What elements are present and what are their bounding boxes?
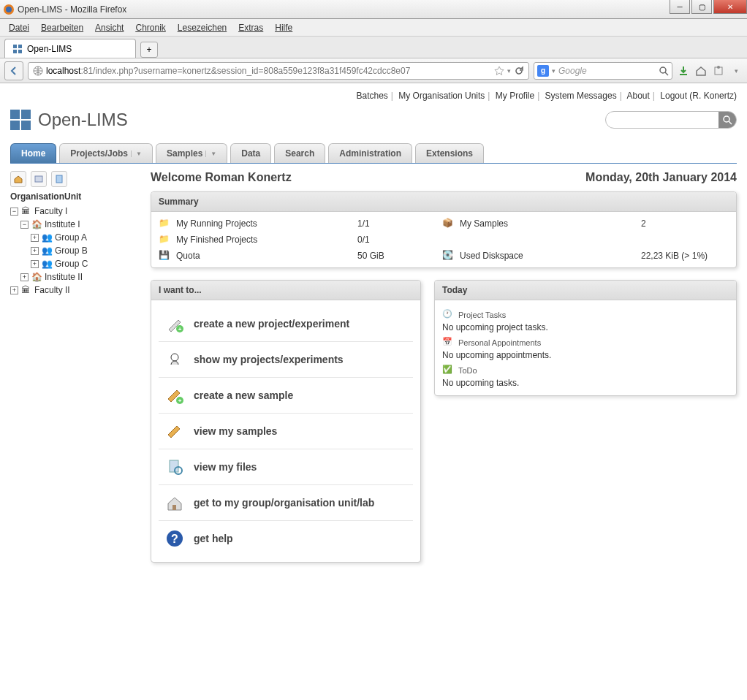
samples-icon: 📦 [442,218,454,229]
svg-rect-4 [13,50,17,53]
tab-admin[interactable]: Administration [328,143,412,163]
clock-icon: 🕐 [442,309,454,321]
action-show-projects[interactable]: show my projects/experiments [159,341,413,377]
sidebar-doc-icon[interactable] [51,171,67,187]
tab-data[interactable]: Data [230,143,271,163]
svg-rect-20 [170,460,178,472]
create-sample-icon: + [164,385,185,406]
site-search[interactable] [605,111,737,129]
action-help[interactable]: ? get help [159,520,413,556]
sidebar: OrganisationUnit −🏛Faculty I −🏠Institute… [10,171,142,574]
tab-favicon [12,44,23,54]
browser-tab-label: Open-LIMS [27,44,72,54]
topnav-org[interactable]: My Organisation Units [398,91,485,101]
chevron-down-icon[interactable]: ▼ [131,151,142,157]
sidebar-title: OrganisationUnit [10,191,142,202]
create-project-icon: + [164,313,185,334]
minimize-button[interactable]: ─ [670,0,690,14]
svg-point-1 [6,7,12,12]
tree-groupB[interactable]: +👥Group B [31,244,142,257]
date-text: Monday, 20th January 2014 [585,171,737,184]
url-bar[interactable]: localhost:81/index.php?username=konertz&… [28,62,529,80]
summary-panel: Summary 📁 My Running Projects 1/1 📦 My S… [151,191,737,268]
show-projects-icon [164,349,185,370]
running-label: My Running Projects [176,218,353,229]
tabbar: Open-LIMS + [0,37,747,58]
quota-label: Quota [176,251,353,261]
new-tab-button[interactable]: + [140,42,158,58]
menu-datei[interactable]: Datei [4,21,34,34]
action-create-project[interactable]: + create a new project/experiment [159,306,413,341]
chevron-down-icon[interactable]: ▼ [205,151,216,157]
welcome-text: Welcome Roman Konertz [151,171,292,184]
topnav-batches[interactable]: Batches [356,91,387,101]
urlbar-row: localhost:81/index.php?username=konertz&… [0,58,747,83]
topnav-about[interactable]: About [626,91,649,101]
group-icon: 👥 [42,232,52,243]
svg-rect-22 [172,505,176,510]
window-title: Open-LIMS - Mozilla Firefox [18,4,744,15]
action-create-sample[interactable]: + create a new sample [159,377,413,413]
disk-icon: 💽 [442,250,454,262]
tree-inst1[interactable]: −🏠Institute I [20,218,142,231]
menu-ansicht[interactable]: Ansicht [91,21,128,34]
search-engine-box[interactable]: g ▾ Google [534,62,672,80]
ptasks-label: Project Tasks [458,311,506,319]
topnav-logout[interactable]: Logout (R. Konertz) [660,91,737,101]
menu-extras[interactable]: Extras [234,21,268,34]
url-text: localhost:81/index.php?username=konertz&… [46,66,491,76]
topnav-profile[interactable]: My Profile [496,91,534,101]
calendar-icon: 📅 [442,337,454,349]
view-files-icon [164,457,185,477]
tab-search[interactable]: Search [274,143,325,163]
tree-faculty2[interactable]: +🏛Faculty II [10,284,142,297]
tab-projects[interactable]: Projects/Jobs▼ [59,143,153,163]
ptasks-text: No upcoming project tasks. [442,322,729,332]
back-button[interactable] [4,61,23,80]
action-view-files[interactable]: view my files [159,449,413,484]
tree-groupA[interactable]: +👥Group A [31,231,142,244]
logo-icon [10,110,31,130]
todo-icon: ✅ [442,365,454,376]
quota-icon: 💾 [159,250,170,262]
svg-point-10 [717,66,720,69]
tab-samples[interactable]: Samples▼ [156,143,227,163]
group-icon: 👥 [42,246,52,256]
house-icon: 🏠 [31,272,42,282]
search-icon[interactable] [659,66,669,76]
download-icon[interactable] [677,64,690,77]
tab-home[interactable]: Home [10,143,56,163]
menu-hilfe[interactable]: Hilfe [270,21,297,34]
action-goto-group[interactable]: get to my group/organisation unit/lab [159,484,413,520]
browser-tab[interactable]: Open-LIMS [4,39,136,58]
finished-val: 0/1 [357,235,438,245]
tree-groupC[interactable]: +👥Group C [31,257,142,270]
home-icon[interactable] [694,64,708,77]
bookmark-star-icon[interactable] [494,66,504,76]
tab-extensions[interactable]: Extensions [415,143,484,163]
maximize-button[interactable]: ▢ [691,0,712,14]
menu-dropdown-icon[interactable]: ▾ [729,64,743,77]
menu-bearbeiten[interactable]: Bearbeiten [37,21,88,34]
action-view-samples[interactable]: view my samples [159,413,413,449]
topnav-messages[interactable]: System Messages [545,91,617,101]
reload-icon[interactable] [514,66,524,76]
addon-icon[interactable] [712,64,725,77]
folder-icon: 🏛 [21,285,31,295]
tree-faculty1[interactable]: −🏛Faculty I [10,205,142,218]
sidebar-window-icon[interactable] [31,171,47,187]
close-button[interactable]: ✕ [713,0,747,14]
menu-lesezeichen[interactable]: Lesezeichen [173,21,231,34]
summary-title: Summary [151,192,736,212]
dropdown-arrow-icon[interactable]: ▾ [507,67,511,75]
view-samples-icon [164,421,185,441]
search-submit-icon[interactable] [718,112,736,128]
todo-text: No upcoming tasks. [442,378,729,388]
appt-label: Personal Appointments [458,338,541,347]
search-placeholder: Google [558,66,587,76]
tree-inst2[interactable]: +🏠Institute II [20,270,142,284]
logo[interactable]: Open-LIMS [10,110,128,130]
sidebar-home-icon[interactable] [10,171,26,187]
menu-chronik[interactable]: Chronik [131,21,170,34]
svg-text:+: + [178,326,182,332]
